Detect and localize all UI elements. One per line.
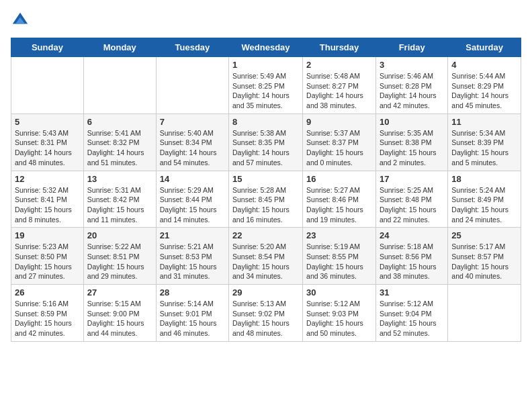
day-info: Sunrise: 5:32 AM Sunset: 8:41 PM Dayligh… <box>15 185 80 225</box>
day-info: Sunrise: 5:31 AM Sunset: 8:42 PM Dayligh… <box>87 185 152 225</box>
day-info: Sunrise: 5:13 AM Sunset: 9:02 PM Dayligh… <box>232 299 299 338</box>
calendar-cell: 31Sunrise: 5:12 AM Sunset: 9:04 PM Dayli… <box>375 285 447 342</box>
day-number: 27 <box>87 287 152 298</box>
day-number: 12 <box>15 174 80 184</box>
calendar-table: SundayMondayTuesdayWednesdayThursdayFrid… <box>11 38 521 342</box>
day-info: Sunrise: 5:18 AM Sunset: 8:56 PM Dayligh… <box>380 242 444 281</box>
calendar-cell: 23Sunrise: 5:19 AM Sunset: 8:55 PM Dayli… <box>303 228 376 285</box>
calendar-week-1: 1Sunrise: 5:49 AM Sunset: 8:25 PM Daylig… <box>11 57 521 114</box>
calendar-cell: 14Sunrise: 5:29 AM Sunset: 8:44 PM Dayli… <box>156 171 228 228</box>
calendar-cell: 9Sunrise: 5:37 AM Sunset: 8:37 PM Daylig… <box>303 113 376 171</box>
calendar-cell: 29Sunrise: 5:13 AM Sunset: 9:02 PM Dayli… <box>229 285 303 342</box>
day-number: 14 <box>160 174 225 184</box>
day-number: 25 <box>451 230 517 240</box>
day-number: 8 <box>232 117 299 127</box>
day-number: 9 <box>306 117 372 127</box>
calendar-cell: 2Sunrise: 5:48 AM Sunset: 8:27 PM Daylig… <box>303 57 376 114</box>
day-number: 26 <box>15 287 80 298</box>
day-number: 22 <box>232 230 299 240</box>
day-info: Sunrise: 5:29 AM Sunset: 8:44 PM Dayligh… <box>160 185 225 225</box>
calendar-cell: 25Sunrise: 5:17 AM Sunset: 8:57 PM Dayli… <box>448 228 521 285</box>
day-number: 16 <box>306 174 372 184</box>
day-info: Sunrise: 5:12 AM Sunset: 9:04 PM Dayligh… <box>380 299 444 338</box>
day-info: Sunrise: 5:19 AM Sunset: 8:55 PM Dayligh… <box>306 242 372 281</box>
weekday-header-saturday: Saturday <box>448 38 521 57</box>
day-number: 30 <box>306 287 372 298</box>
day-number: 15 <box>232 174 299 184</box>
day-info: Sunrise: 5:17 AM Sunset: 8:57 PM Dayligh… <box>451 242 517 281</box>
day-number: 6 <box>87 117 152 127</box>
calendar-cell: 28Sunrise: 5:14 AM Sunset: 9:01 PM Dayli… <box>156 285 228 342</box>
weekday-header-friday: Friday <box>375 38 447 57</box>
day-info: Sunrise: 5:23 AM Sunset: 8:50 PM Dayligh… <box>15 242 80 281</box>
day-number: 20 <box>87 230 152 240</box>
weekday-header-sunday: Sunday <box>11 38 84 57</box>
calendar-cell: 3Sunrise: 5:46 AM Sunset: 8:28 PM Daylig… <box>375 57 447 114</box>
calendar-week-3: 12Sunrise: 5:32 AM Sunset: 8:41 PM Dayli… <box>11 171 521 228</box>
calendar-cell: 6Sunrise: 5:41 AM Sunset: 8:32 PM Daylig… <box>83 113 156 171</box>
day-info: Sunrise: 5:43 AM Sunset: 8:31 PM Dayligh… <box>15 128 80 168</box>
calendar-cell: 10Sunrise: 5:35 AM Sunset: 8:38 PM Dayli… <box>375 113 447 171</box>
day-info: Sunrise: 5:48 AM Sunset: 8:27 PM Dayligh… <box>306 71 372 111</box>
calendar-cell <box>156 57 228 114</box>
day-info: Sunrise: 5:40 AM Sunset: 8:34 PM Dayligh… <box>160 128 225 168</box>
day-number: 19 <box>15 230 80 240</box>
calendar-cell: 15Sunrise: 5:28 AM Sunset: 8:45 PM Dayli… <box>229 171 303 228</box>
page-header <box>11 11 521 30</box>
day-info: Sunrise: 5:28 AM Sunset: 8:45 PM Dayligh… <box>232 185 299 225</box>
day-number: 13 <box>87 174 152 184</box>
day-info: Sunrise: 5:35 AM Sunset: 8:38 PM Dayligh… <box>380 128 444 168</box>
day-number: 31 <box>380 287 444 298</box>
day-number: 4 <box>451 60 517 70</box>
calendar-cell: 5Sunrise: 5:43 AM Sunset: 8:31 PM Daylig… <box>11 113 84 171</box>
day-info: Sunrise: 5:25 AM Sunset: 8:48 PM Dayligh… <box>380 185 444 225</box>
calendar-week-5: 26Sunrise: 5:16 AM Sunset: 8:59 PM Dayli… <box>11 285 521 342</box>
day-number: 11 <box>451 117 517 127</box>
weekday-header-wednesday: Wednesday <box>229 38 303 57</box>
weekday-header-tuesday: Tuesday <box>156 38 228 57</box>
day-number: 2 <box>306 60 372 70</box>
calendar-cell: 18Sunrise: 5:24 AM Sunset: 8:49 PM Dayli… <box>448 171 521 228</box>
calendar-cell: 1Sunrise: 5:49 AM Sunset: 8:25 PM Daylig… <box>229 57 303 114</box>
day-info: Sunrise: 5:37 AM Sunset: 8:37 PM Dayligh… <box>306 128 372 168</box>
day-info: Sunrise: 5:49 AM Sunset: 8:25 PM Dayligh… <box>232 71 299 111</box>
day-number: 21 <box>160 230 225 240</box>
day-number: 3 <box>380 60 444 70</box>
day-number: 18 <box>451 174 517 184</box>
day-number: 1 <box>232 60 299 70</box>
day-info: Sunrise: 5:27 AM Sunset: 8:46 PM Dayligh… <box>306 185 372 225</box>
day-number: 23 <box>306 230 372 240</box>
calendar-cell <box>11 57 84 114</box>
calendar-cell: 12Sunrise: 5:32 AM Sunset: 8:41 PM Dayli… <box>11 171 84 228</box>
calendar-cell: 16Sunrise: 5:27 AM Sunset: 8:46 PM Dayli… <box>303 171 376 228</box>
day-info: Sunrise: 5:16 AM Sunset: 8:59 PM Dayligh… <box>15 299 80 338</box>
calendar-cell: 19Sunrise: 5:23 AM Sunset: 8:50 PM Dayli… <box>11 228 84 285</box>
day-info: Sunrise: 5:14 AM Sunset: 9:01 PM Dayligh… <box>160 299 225 338</box>
day-number: 24 <box>380 230 444 240</box>
calendar-cell: 11Sunrise: 5:34 AM Sunset: 8:39 PM Dayli… <box>448 113 521 171</box>
day-number: 7 <box>160 117 225 127</box>
calendar-body: 1Sunrise: 5:49 AM Sunset: 8:25 PM Daylig… <box>11 57 521 342</box>
calendar-week-4: 19Sunrise: 5:23 AM Sunset: 8:50 PM Dayli… <box>11 228 521 285</box>
calendar-cell: 27Sunrise: 5:15 AM Sunset: 9:00 PM Dayli… <box>83 285 156 342</box>
day-number: 29 <box>232 287 299 298</box>
calendar-cell: 13Sunrise: 5:31 AM Sunset: 8:42 PM Dayli… <box>83 171 156 228</box>
day-info: Sunrise: 5:20 AM Sunset: 8:54 PM Dayligh… <box>232 242 299 281</box>
logo <box>11 11 32 30</box>
calendar-cell: 24Sunrise: 5:18 AM Sunset: 8:56 PM Dayli… <box>375 228 447 285</box>
day-info: Sunrise: 5:24 AM Sunset: 8:49 PM Dayligh… <box>451 185 517 225</box>
calendar-cell: 17Sunrise: 5:25 AM Sunset: 8:48 PM Dayli… <box>375 171 447 228</box>
day-number: 17 <box>380 174 444 184</box>
calendar-cell <box>83 57 156 114</box>
calendar-cell: 26Sunrise: 5:16 AM Sunset: 8:59 PM Dayli… <box>11 285 84 342</box>
weekday-header-monday: Monday <box>83 38 156 57</box>
calendar-cell: 21Sunrise: 5:21 AM Sunset: 8:53 PM Dayli… <box>156 228 228 285</box>
day-number: 10 <box>380 117 444 127</box>
logo-icon <box>11 11 30 30</box>
calendar-cell: 20Sunrise: 5:22 AM Sunset: 8:51 PM Dayli… <box>83 228 156 285</box>
day-info: Sunrise: 5:38 AM Sunset: 8:35 PM Dayligh… <box>232 128 299 168</box>
day-number: 5 <box>15 117 80 127</box>
weekday-header-thursday: Thursday <box>303 38 376 57</box>
calendar-cell: 4Sunrise: 5:44 AM Sunset: 8:29 PM Daylig… <box>448 57 521 114</box>
day-info: Sunrise: 5:21 AM Sunset: 8:53 PM Dayligh… <box>160 242 225 281</box>
